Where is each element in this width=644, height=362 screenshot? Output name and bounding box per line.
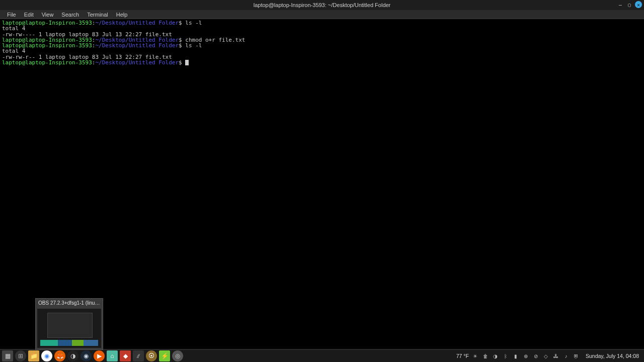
tray-icon-2[interactable]: ⊘: [532, 352, 539, 359]
shield-tray-icon[interactable]: ⛨: [573, 352, 580, 359]
clock[interactable]: Sunday, July 14, 04:08: [583, 353, 642, 359]
battery-tray-icon[interactable]: ▮: [512, 352, 519, 359]
network-tray-icon[interactable]: 🖧: [552, 352, 559, 359]
volume-tray-icon[interactable]: ♪: [562, 352, 570, 359]
bluetooth-tray-icon[interactable]: ᛒ: [502, 352, 509, 359]
menu-icon[interactable]: ▦: [2, 350, 13, 361]
system-tray: 77 °F ☀🗑◑ᛒ▮⊕⊘◇🖧♪⛨ Sunday, July 14, 04:08: [456, 352, 642, 359]
close-button[interactable]: ✕: [635, 1, 642, 8]
mint-icon[interactable]: ◎: [172, 350, 183, 361]
minimize-button[interactable]: —: [617, 1, 624, 8]
media-player-icon[interactable]: ▶: [94, 350, 105, 361]
taskbar-preview-popup: OBS 27.2.3+dfsg1-1 (linux) - P...: [35, 298, 103, 350]
show-desktop-icon[interactable]: ⊞: [15, 350, 26, 361]
anydesk-icon[interactable]: ⌂: [107, 350, 118, 361]
window-title: laptop@laptop-Inspiron-3593: ~/Desktop/U…: [254, 2, 391, 8]
menu-view[interactable]: View: [38, 12, 58, 18]
obs-icon[interactable]: ◑: [67, 350, 78, 361]
taskbar-launchers: ▦⊞📁◉🦊◑◉▶⌂◆⫽⦿⚡◎: [2, 350, 183, 361]
weather-widget[interactable]: 77 °F: [456, 353, 469, 359]
taskbar: ▦⊞📁◉🦊◑◉▶⌂◆⫽⦿⚡◎ 77 °F ☀🗑◑ᛒ▮⊕⊘◇🖧♪⛨ Sunday,…: [0, 350, 644, 362]
terminal-cursor: [185, 60, 189, 65]
menu-help[interactable]: Help: [112, 12, 132, 18]
firefox-icon[interactable]: 🦊: [54, 350, 65, 361]
menu-search[interactable]: Search: [57, 12, 83, 18]
chrome-icon[interactable]: ◉: [41, 350, 52, 361]
kdenlive-icon[interactable]: ⫽: [133, 350, 144, 361]
menu-bar: FileEditViewSearchTerminalHelp: [0, 10, 644, 19]
app-icon[interactable]: ◆: [120, 350, 131, 361]
menu-file[interactable]: File: [3, 12, 20, 18]
steam-icon[interactable]: ◉: [80, 350, 92, 361]
app2-icon[interactable]: ⦿: [146, 350, 157, 361]
putty-icon[interactable]: ⚡: [159, 350, 170, 361]
weather-tray-icon[interactable]: ☀: [472, 352, 479, 359]
recording-tray-icon[interactable]: ◑: [492, 352, 499, 359]
files-icon[interactable]: 📁: [28, 350, 39, 361]
tray-icon-1[interactable]: ⊕: [522, 352, 529, 359]
menu-terminal[interactable]: Terminal: [83, 12, 112, 18]
preview-title: OBS 27.2.3+dfsg1-1 (linux) - P...: [36, 299, 103, 307]
preview-thumbnail[interactable]: [37, 309, 101, 348]
tray-icon-3[interactable]: ◇: [542, 352, 549, 359]
menu-edit[interactable]: Edit: [20, 12, 38, 18]
window-title-bar: laptop@laptop-Inspiron-3593: ~/Desktop/U…: [0, 0, 644, 10]
maximize-button[interactable]: ▢: [626, 1, 633, 8]
trash-tray-icon[interactable]: 🗑: [482, 352, 489, 359]
